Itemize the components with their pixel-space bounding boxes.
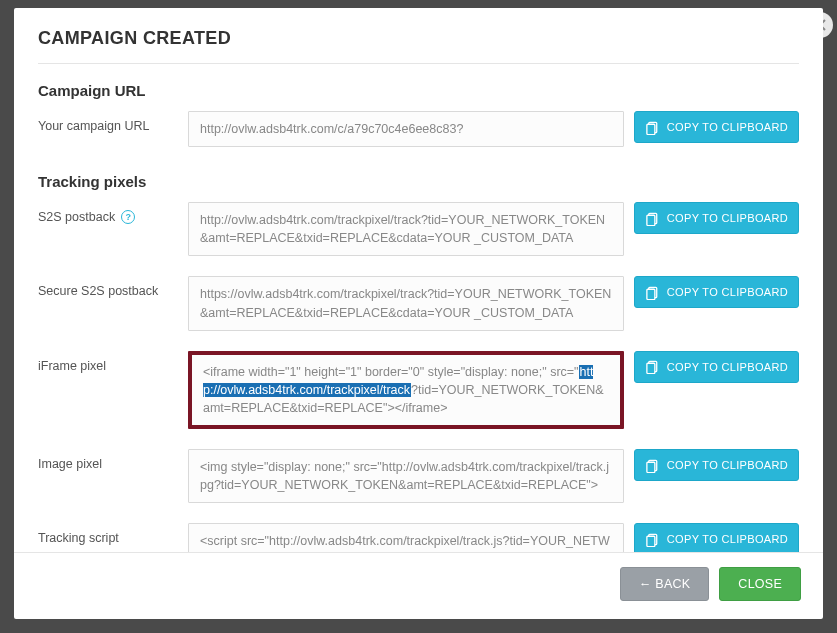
label-iframe: iFrame pixel <box>38 351 178 373</box>
svg-rect-11 <box>647 536 655 546</box>
clipboard-icon <box>645 532 660 547</box>
row-s2s: S2S postback ? http://ovlw.adsb4trk.com/… <box>38 202 799 256</box>
svg-rect-9 <box>647 462 655 472</box>
copy-label: COPY TO CLIPBOARD <box>667 121 788 133</box>
label-script: Tracking script <box>38 523 178 545</box>
help-icon[interactable]: ? <box>121 210 135 224</box>
svg-rect-1 <box>647 124 655 134</box>
label-image: Image pixel <box>38 449 178 471</box>
copy-s2s-button[interactable]: COPY TO CLIPBOARD <box>634 202 799 234</box>
label-campaign-url: Your campaign URL <box>38 111 178 133</box>
copy-image-button[interactable]: COPY TO CLIPBOARD <box>634 449 799 481</box>
value-iframe[interactable]: <iframe width="1" height="1" border="0" … <box>188 351 624 429</box>
value-s2s[interactable]: http://ovlw.adsb4trk.com/trackpixel/trac… <box>188 202 624 256</box>
section-tracking-pixels-heading: Tracking pixels <box>38 173 799 190</box>
label-s2s: S2S postback ? <box>38 202 178 224</box>
copy-iframe-button[interactable]: COPY TO CLIPBOARD <box>634 351 799 383</box>
value-image[interactable]: <img style="display: none;" src="http://… <box>188 449 624 503</box>
close-button[interactable]: CLOSE <box>719 567 801 601</box>
section-campaign-url-heading: Campaign URL <box>38 82 799 99</box>
row-secure-s2s: Secure S2S postback https://ovlw.adsb4tr… <box>38 276 799 330</box>
clipboard-icon <box>645 458 660 473</box>
modal-footer: ← BACK CLOSE <box>14 552 823 619</box>
clipboard-icon <box>645 211 660 226</box>
row-script: Tracking script <script src="http://ovlw… <box>38 523 799 552</box>
value-script[interactable]: <script src="http://ovlw.adsb4trk.com/tr… <box>188 523 624 552</box>
copy-script-button[interactable]: COPY TO CLIPBOARD <box>634 523 799 552</box>
row-image: Image pixel <img style="display: none;" … <box>38 449 799 503</box>
copy-label: COPY TO CLIPBOARD <box>667 286 788 298</box>
modal-title: CAMPAIGN CREATED <box>38 28 799 49</box>
copy-secure-s2s-button[interactable]: COPY TO CLIPBOARD <box>634 276 799 308</box>
copy-campaign-url-button[interactable]: COPY TO CLIPBOARD <box>634 111 799 143</box>
row-iframe: iFrame pixel <iframe width="1" height="1… <box>38 351 799 429</box>
modal-body: CAMPAIGN CREATED Campaign URL Your campa… <box>14 8 823 552</box>
clipboard-icon <box>645 120 660 135</box>
back-button[interactable]: ← BACK <box>620 567 710 601</box>
clipboard-icon <box>645 359 660 374</box>
svg-rect-3 <box>647 215 655 225</box>
clipboard-icon <box>645 285 660 300</box>
row-campaign-url: Your campaign URL http://ovlw.adsb4trk.c… <box>38 111 799 147</box>
copy-label: COPY TO CLIPBOARD <box>667 361 788 373</box>
svg-rect-7 <box>647 363 655 373</box>
svg-rect-5 <box>647 289 655 299</box>
copy-label: COPY TO CLIPBOARD <box>667 533 788 545</box>
value-campaign-url[interactable]: http://ovlw.adsb4trk.com/c/a79c70c4e6ee8… <box>188 111 624 147</box>
modal: CAMPAIGN CREATED Campaign URL Your campa… <box>14 8 823 619</box>
label-secure-s2s: Secure S2S postback <box>38 276 178 298</box>
copy-label: COPY TO CLIPBOARD <box>667 212 788 224</box>
value-secure-s2s[interactable]: https://ovlw.adsb4trk.com/trackpixel/tra… <box>188 276 624 330</box>
divider <box>38 63 799 64</box>
copy-label: COPY TO CLIPBOARD <box>667 459 788 471</box>
